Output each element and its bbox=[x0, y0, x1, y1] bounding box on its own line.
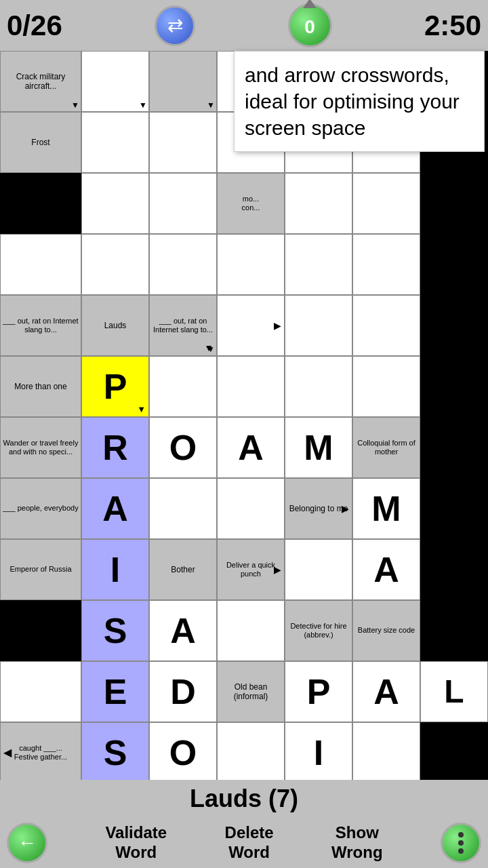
letter-cell-A3[interactable]: A bbox=[352, 539, 420, 600]
grid-cell[interactable] bbox=[81, 173, 149, 234]
grid-cell[interactable] bbox=[81, 234, 149, 295]
grid-cell[interactable] bbox=[149, 478, 217, 539]
swap-button[interactable]: ⇄ bbox=[155, 5, 195, 46]
clue-cell[interactable]: ___ people, everybody bbox=[0, 478, 81, 539]
clue-cell[interactable]: Belonging to me ▶ bbox=[285, 478, 352, 539]
grid-cell[interactable] bbox=[81, 112, 149, 173]
grid-cell[interactable] bbox=[149, 234, 217, 295]
letter-cell-I[interactable]: I bbox=[81, 539, 149, 600]
clue-cell[interactable]: ___ out, rat on Internet slang to... bbox=[0, 295, 81, 356]
letter-cell-O[interactable]: O bbox=[149, 722, 217, 783]
clue-cell[interactable]: caught ___...Festive gather... ◀ bbox=[0, 722, 81, 783]
grid-cell-arrow[interactable]: ◀ bbox=[0, 173, 81, 234]
clue-cell[interactable]: Crack military aircraft... bbox=[0, 51, 81, 112]
letter-cell-A2[interactable]: A bbox=[81, 478, 149, 539]
letter-cell-A[interactable]: A bbox=[217, 417, 285, 478]
grid-cell[interactable] bbox=[217, 234, 285, 295]
grid-cell-black bbox=[420, 234, 434, 295]
grid-cell[interactable] bbox=[149, 51, 217, 112]
letter-cell-P[interactable]: P ▼ bbox=[81, 356, 149, 417]
clue-cell[interactable]: ___ out, rat on Internet slang to... ▼ bbox=[149, 295, 217, 356]
letter-cell-R[interactable]: R bbox=[81, 417, 149, 478]
grid-cell-black bbox=[420, 173, 434, 234]
grid-cell[interactable] bbox=[149, 173, 217, 234]
grid-cell-black bbox=[420, 722, 434, 783]
letter-cell-E[interactable]: E bbox=[81, 661, 149, 722]
grid-cell-black bbox=[420, 295, 434, 356]
bottom-bar: ← Validate Word Delete Word Show Wrong bbox=[0, 817, 488, 868]
clue-cell[interactable]: Bother bbox=[149, 539, 217, 600]
grid-cell[interactable] bbox=[217, 600, 285, 661]
clue-cell[interactable]: Frost bbox=[0, 112, 81, 173]
grid-cell-arrow2[interactable]: ◀ bbox=[0, 600, 81, 661]
letter-cell-S2[interactable]: S bbox=[81, 722, 149, 783]
letter-cell-D[interactable]: D bbox=[149, 661, 217, 722]
grid-cell[interactable] bbox=[217, 356, 285, 417]
tooltip: and arrow crosswords, ideal for optimisi… bbox=[234, 51, 485, 152]
word-display: Lauds (7) bbox=[0, 780, 488, 817]
letter-cell-M[interactable]: M bbox=[285, 417, 352, 478]
current-word: Lauds (7) bbox=[190, 785, 298, 813]
grid-cell[interactable] bbox=[149, 356, 217, 417]
score-display: 0/26 bbox=[7, 9, 62, 42]
letter-cell-M2[interactable]: M bbox=[352, 478, 420, 539]
clue-cell[interactable]: Wander or travel freely and with no spec… bbox=[0, 417, 81, 478]
hint-button[interactable]: 0 bbox=[288, 3, 332, 47]
show-wrong-button[interactable]: Show Wrong bbox=[331, 823, 383, 863]
clue-cell[interactable]: Deliver a quick punch ▶ bbox=[217, 539, 285, 600]
hint-count: 0 bbox=[304, 16, 315, 38]
tooltip-text: and arrow crosswords, ideal for optimisi… bbox=[245, 64, 460, 139]
validate-word-button[interactable]: Validate Word bbox=[105, 823, 167, 863]
grid-cell[interactable] bbox=[285, 539, 352, 600]
grid-cell[interactable] bbox=[285, 356, 352, 417]
menu-dot-3 bbox=[458, 848, 464, 854]
letter-cell-L[interactable]: L bbox=[420, 661, 488, 722]
grid-cell[interactable] bbox=[352, 234, 420, 295]
grid-cell[interactable] bbox=[352, 295, 420, 356]
grid-cell-black bbox=[420, 356, 434, 417]
grid-cell[interactable] bbox=[352, 356, 420, 417]
grid-cell[interactable] bbox=[285, 234, 352, 295]
grid-cell-black bbox=[420, 539, 434, 600]
delete-word-button[interactable]: Delete Word bbox=[225, 823, 274, 863]
menu-dot-2 bbox=[458, 840, 464, 846]
clue-cell[interactable]: More than one bbox=[0, 356, 81, 417]
letter-cell-O[interactable]: O bbox=[149, 417, 217, 478]
clue-cell[interactable]: Lauds bbox=[81, 295, 149, 356]
top-bar: 0/26 ⇄ 0 2:50 bbox=[0, 0, 488, 51]
grid-cell[interactable] bbox=[285, 295, 352, 356]
grid-cell[interactable] bbox=[0, 234, 81, 295]
menu-button[interactable] bbox=[441, 823, 481, 863]
grid-cell-black bbox=[420, 600, 434, 661]
grid-cell[interactable] bbox=[81, 51, 149, 112]
timer-display: 2:50 bbox=[424, 9, 481, 42]
grid-cell[interactable] bbox=[217, 478, 285, 539]
back-button[interactable]: ← bbox=[7, 823, 47, 863]
grid-cell[interactable] bbox=[285, 173, 352, 234]
grid-cell[interactable] bbox=[352, 173, 420, 234]
grid-area: Crack military aircraft... Frost ◀ mo...… bbox=[0, 51, 488, 780]
clue-cell[interactable]: mo...con... bbox=[217, 173, 285, 234]
grid-cell-black bbox=[420, 478, 434, 539]
clue-cell[interactable]: Battery size code bbox=[352, 600, 420, 661]
letter-cell-S[interactable]: S bbox=[81, 600, 149, 661]
letter-cell-I[interactable]: I bbox=[285, 722, 352, 783]
grid-cell[interactable] bbox=[149, 112, 217, 173]
clue-cell[interactable]: Old bean (informal) bbox=[217, 661, 285, 722]
clue-cell[interactable]: Detective for hire (abbrev.) bbox=[285, 600, 352, 661]
letter-cell-A5[interactable]: A bbox=[352, 661, 420, 722]
menu-dot-1 bbox=[458, 832, 464, 837]
grid-cell[interactable] bbox=[352, 722, 420, 783]
grid-cell[interactable] bbox=[0, 661, 81, 722]
clue-cell[interactable]: Emperor of Russia bbox=[0, 539, 81, 600]
grid-cell-black bbox=[420, 417, 434, 478]
letter-cell-A4[interactable]: A bbox=[149, 600, 217, 661]
grid-cell[interactable] bbox=[217, 722, 285, 783]
clue-cell[interactable]: Colloquial form of mother bbox=[352, 417, 420, 478]
grid-cell[interactable]: ▶ bbox=[217, 295, 285, 356]
letter-cell-P2[interactable]: P bbox=[285, 661, 352, 722]
